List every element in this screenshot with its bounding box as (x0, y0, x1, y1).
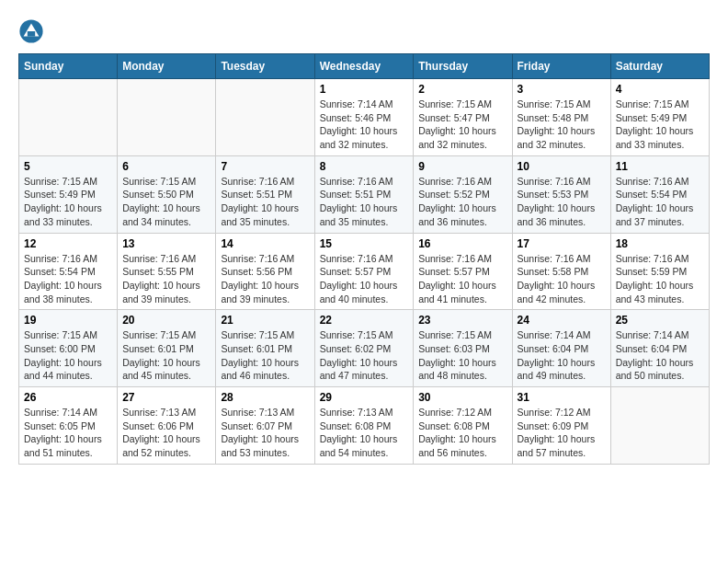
day-number: 7 (221, 160, 309, 173)
calendar-cell: 23Sunrise: 7:15 AMSunset: 6:03 PMDayligh… (414, 310, 512, 387)
day-number: 24 (518, 314, 606, 327)
day-info: Sunrise: 7:14 AMSunset: 6:05 PMDaylight:… (24, 406, 112, 460)
day-info: Sunrise: 7:16 AMSunset: 5:53 PMDaylight:… (518, 175, 606, 229)
day-info: Sunrise: 7:16 AMSunset: 5:59 PMDaylight:… (616, 252, 704, 306)
weekday-header-thursday: Thursday (414, 54, 512, 79)
day-number: 1 (320, 83, 409, 96)
day-number: 13 (122, 237, 210, 250)
day-number: 21 (221, 314, 309, 327)
day-info: Sunrise: 7:13 AMSunset: 6:08 PMDaylight:… (320, 406, 409, 460)
logo (18, 18, 48, 44)
day-info: Sunrise: 7:12 AMSunset: 6:08 PMDaylight:… (418, 406, 506, 460)
day-info: Sunrise: 7:12 AMSunset: 6:09 PMDaylight:… (518, 406, 606, 460)
day-info: Sunrise: 7:16 AMSunset: 5:54 PMDaylight:… (616, 175, 704, 229)
calendar-cell: 9Sunrise: 7:16 AMSunset: 5:52 PMDaylight… (414, 155, 512, 233)
day-info: Sunrise: 7:16 AMSunset: 5:57 PMDaylight:… (418, 252, 506, 306)
calendar-cell: 5Sunrise: 7:15 AMSunset: 5:49 PMDaylight… (19, 155, 118, 233)
day-number: 6 (122, 160, 210, 173)
day-number: 11 (616, 160, 704, 173)
day-number: 17 (518, 237, 606, 250)
day-number: 29 (320, 391, 409, 404)
day-number: 30 (418, 391, 506, 404)
day-number: 5 (24, 160, 112, 173)
logo-icon (18, 18, 44, 44)
day-info: Sunrise: 7:15 AMSunset: 6:02 PMDaylight:… (320, 328, 409, 383)
day-number: 8 (320, 160, 409, 173)
day-number: 23 (418, 314, 506, 327)
weekday-header-saturday: Saturday (610, 54, 709, 79)
day-info: Sunrise: 7:15 AMSunset: 5:50 PMDaylight:… (122, 175, 210, 229)
day-number: 16 (418, 237, 506, 250)
calendar-cell: 18Sunrise: 7:16 AMSunset: 5:59 PMDayligh… (610, 233, 709, 310)
weekday-header-monday: Monday (118, 54, 216, 79)
svg-rect-2 (28, 31, 35, 37)
calendar-cell: 15Sunrise: 7:16 AMSunset: 5:57 PMDayligh… (314, 233, 414, 310)
day-info: Sunrise: 7:16 AMSunset: 5:51 PMDaylight:… (320, 175, 409, 229)
day-number: 15 (320, 237, 409, 250)
calendar-cell: 26Sunrise: 7:14 AMSunset: 6:05 PMDayligh… (19, 387, 118, 465)
calendar-cell: 28Sunrise: 7:13 AMSunset: 6:07 PMDayligh… (216, 387, 314, 465)
calendar-cell: 1Sunrise: 7:14 AMSunset: 5:46 PMDaylight… (314, 79, 414, 156)
page-header (18, 18, 710, 44)
calendar-cell: 6Sunrise: 7:15 AMSunset: 5:50 PMDaylight… (118, 155, 216, 233)
day-info: Sunrise: 7:15 AMSunset: 6:00 PMDaylight:… (24, 328, 112, 383)
day-number: 9 (418, 160, 506, 173)
calendar-cell: 25Sunrise: 7:14 AMSunset: 6:04 PMDayligh… (610, 310, 709, 387)
weekday-header-tuesday: Tuesday (216, 54, 314, 79)
calendar-week-row: 5Sunrise: 7:15 AMSunset: 5:49 PMDaylight… (19, 155, 710, 233)
day-info: Sunrise: 7:15 AMSunset: 6:03 PMDaylight:… (418, 328, 506, 383)
calendar-cell: 31Sunrise: 7:12 AMSunset: 6:09 PMDayligh… (512, 387, 610, 465)
calendar-cell: 11Sunrise: 7:16 AMSunset: 5:54 PMDayligh… (610, 155, 709, 233)
day-number: 28 (221, 391, 309, 404)
calendar-cell: 16Sunrise: 7:16 AMSunset: 5:57 PMDayligh… (414, 233, 512, 310)
calendar-table: SundayMondayTuesdayWednesdayThursdayFrid… (18, 53, 710, 465)
day-info: Sunrise: 7:16 AMSunset: 5:57 PMDaylight:… (320, 252, 409, 306)
day-info: Sunrise: 7:16 AMSunset: 5:52 PMDaylight:… (418, 175, 506, 229)
day-number: 10 (518, 160, 606, 173)
weekday-header-wednesday: Wednesday (314, 54, 414, 79)
calendar-cell: 22Sunrise: 7:15 AMSunset: 6:02 PMDayligh… (314, 310, 414, 387)
calendar-week-row: 12Sunrise: 7:16 AMSunset: 5:54 PMDayligh… (19, 233, 710, 310)
day-number: 3 (518, 83, 606, 96)
calendar-cell: 10Sunrise: 7:16 AMSunset: 5:53 PMDayligh… (512, 155, 610, 233)
calendar-cell: 24Sunrise: 7:14 AMSunset: 6:04 PMDayligh… (512, 310, 610, 387)
day-number: 26 (24, 391, 112, 404)
day-number: 14 (221, 237, 309, 250)
weekday-header-row: SundayMondayTuesdayWednesdayThursdayFrid… (19, 54, 710, 79)
calendar-cell: 17Sunrise: 7:16 AMSunset: 5:58 PMDayligh… (512, 233, 610, 310)
day-info: Sunrise: 7:15 AMSunset: 6:01 PMDaylight:… (221, 328, 309, 383)
calendar-cell: 27Sunrise: 7:13 AMSunset: 6:06 PMDayligh… (118, 387, 216, 465)
day-info: Sunrise: 7:13 AMSunset: 6:07 PMDaylight:… (221, 406, 309, 460)
calendar-week-row: 19Sunrise: 7:15 AMSunset: 6:00 PMDayligh… (19, 310, 710, 387)
calendar-cell: 7Sunrise: 7:16 AMSunset: 5:51 PMDaylight… (216, 155, 314, 233)
day-info: Sunrise: 7:16 AMSunset: 5:54 PMDaylight:… (24, 252, 112, 306)
day-info: Sunrise: 7:14 AMSunset: 6:04 PMDaylight:… (518, 328, 606, 383)
day-info: Sunrise: 7:15 AMSunset: 5:49 PMDaylight:… (616, 98, 704, 152)
calendar-cell: 13Sunrise: 7:16 AMSunset: 5:55 PMDayligh… (118, 233, 216, 310)
calendar-cell (19, 79, 118, 156)
day-number: 31 (518, 391, 606, 404)
day-number: 27 (122, 391, 210, 404)
calendar-week-row: 26Sunrise: 7:14 AMSunset: 6:05 PMDayligh… (19, 387, 710, 465)
calendar-cell: 14Sunrise: 7:16 AMSunset: 5:56 PMDayligh… (216, 233, 314, 310)
calendar-cell: 12Sunrise: 7:16 AMSunset: 5:54 PMDayligh… (19, 233, 118, 310)
day-number: 20 (122, 314, 210, 327)
day-info: Sunrise: 7:15 AMSunset: 5:49 PMDaylight:… (24, 175, 112, 229)
day-info: Sunrise: 7:16 AMSunset: 5:55 PMDaylight:… (122, 252, 210, 306)
calendar-cell: 3Sunrise: 7:15 AMSunset: 5:48 PMDaylight… (512, 79, 610, 156)
calendar-cell: 29Sunrise: 7:13 AMSunset: 6:08 PMDayligh… (314, 387, 414, 465)
calendar-cell: 19Sunrise: 7:15 AMSunset: 6:00 PMDayligh… (19, 310, 118, 387)
day-number: 25 (616, 314, 704, 327)
calendar-cell (216, 79, 314, 156)
calendar-week-row: 1Sunrise: 7:14 AMSunset: 5:46 PMDaylight… (19, 79, 710, 156)
day-number: 12 (24, 237, 112, 250)
day-info: Sunrise: 7:16 AMSunset: 5:51 PMDaylight:… (221, 175, 309, 229)
calendar-cell: 2Sunrise: 7:15 AMSunset: 5:47 PMDaylight… (414, 79, 512, 156)
day-number: 2 (418, 83, 506, 96)
day-number: 22 (320, 314, 409, 327)
calendar-cell: 4Sunrise: 7:15 AMSunset: 5:49 PMDaylight… (610, 79, 709, 156)
calendar-cell: 20Sunrise: 7:15 AMSunset: 6:01 PMDayligh… (118, 310, 216, 387)
calendar-cell: 21Sunrise: 7:15 AMSunset: 6:01 PMDayligh… (216, 310, 314, 387)
calendar-cell (610, 387, 709, 465)
day-info: Sunrise: 7:14 AMSunset: 6:04 PMDaylight:… (616, 328, 704, 383)
